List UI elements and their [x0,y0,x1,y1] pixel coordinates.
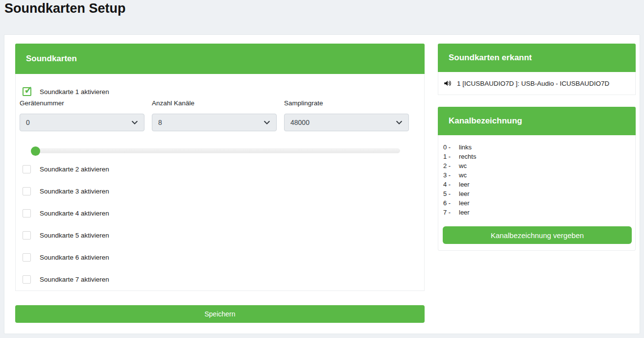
channel-count-value: 8 [158,119,263,126]
soundcard-5-checkbox[interactable] [23,231,31,240]
channel-number: 1 - [443,153,454,160]
channels-panel-title: Kanalbezeichnung [449,116,522,126]
soundcard-slider-thumb[interactable] [31,146,40,156]
soundcard-5-row: Soundkarte 5 aktivieren [23,230,109,240]
soundcard-4-row: Soundkarte 4 aktivieren [23,208,109,218]
chevron-down-icon [263,119,270,126]
channel-name: wc [459,171,467,179]
detected-device-text: 1 [ICUSBAUDIO7D ]: USB-Audio - ICUSBAUDI… [457,80,609,87]
channels-panel: Kanalbezeichnung 0 - links 1 - rechts 2 … [438,107,636,251]
channels-panel-body: 0 - links 1 - rechts 2 - wc 3 - wc 4 - l… [438,135,636,251]
page-title: Soundkarten Setup [4,1,126,16]
channel-row: 5 - leer [438,189,635,198]
samplingrate-value: 48000 [290,119,396,126]
save-button[interactable]: Speichern [15,305,425,323]
soundcard-5-label: Soundkarte 5 aktivieren [40,232,109,239]
channel-number: 4 - [443,181,454,188]
channel-row: 3 - wc [438,170,635,180]
content-card: Soundkarten Soundkarte 1 aktivieren Gerä… [4,34,640,334]
soundcard-7-row: Soundkarte 7 aktivieren [23,274,109,284]
channel-number: 6 - [443,199,454,207]
chevron-down-icon [396,119,403,126]
channel-number: 2 - [443,162,454,169]
soundcard-4-checkbox[interactable] [23,209,31,217]
soundcard-1-checkbox[interactable] [23,87,31,96]
detected-panel-body: 1 [ICUSBAUDIO7D ]: USB-Audio - ICUSBAUDI… [438,72,636,95]
soundcard-1-label: Soundkarte 1 aktivieren [40,88,109,96]
soundcards-panel-title: Soundkarten [26,54,77,64]
channel-name: leer [459,181,470,188]
channel-number: 7 - [443,209,454,216]
channel-row: 1 - rechts [438,152,635,161]
soundcard-6-label: Soundkarte 6 aktivieren [40,254,109,261]
samplingrate-label: Samplingrate [284,99,409,107]
channel-number: 3 - [443,171,454,179]
device-number-field: Gerätenummer 0 [20,99,144,107]
channel-count-label: Anzahl Kanäle [152,99,277,107]
channel-name: links [459,144,472,151]
channel-name: leer [459,190,470,197]
soundcard-1-row: Soundkarte 1 aktivieren [23,87,109,97]
device-number-select[interactable]: 0 [20,114,144,131]
channel-count-field: Anzahl Kanäle 8 [152,99,277,107]
channel-row: 4 - leer [438,180,635,189]
samplingrate-select[interactable]: 48000 [284,114,409,131]
channel-row: 7 - leer [438,208,635,217]
soundcard-4-label: Soundkarte 4 aktivieren [40,210,109,217]
samplingrate-field: Samplingrate 48000 [284,99,409,107]
detected-panel-title: Soundkarten erkannt [449,53,532,63]
assign-channels-button[interactable]: Kanalbezeichnung vergeben [443,226,632,244]
channel-row: 0 - links [438,143,635,152]
soundcard-slider-track[interactable] [32,148,400,153]
channel-count-select[interactable]: 8 [152,114,277,131]
device-number-value: 0 [26,119,131,126]
detected-panel: Soundkarten erkannt 1 [ICUSBAUDIO7D ]: U… [438,44,636,95]
soundcards-panel: Soundkarten Soundkarte 1 aktivieren Gerä… [15,44,425,291]
channel-number: 0 - [443,144,454,151]
soundcards-panel-header: Soundkarten [15,44,425,74]
soundcard-6-checkbox[interactable] [23,253,31,262]
channel-name: leer [459,199,470,207]
soundcard-7-label: Soundkarte 7 aktivieren [40,276,109,283]
soundcard-3-checkbox[interactable] [23,187,31,195]
channel-name: rechts [459,153,476,160]
soundcard-3-label: Soundkarte 3 aktivieren [40,188,109,195]
channels-panel-header: Kanalbezeichnung [438,107,636,135]
channel-row: 2 - wc [438,161,635,170]
soundcards-panel-body: Soundkarte 1 aktivieren Gerätenummer 0 A… [15,74,425,291]
soundcard-2-checkbox[interactable] [23,165,31,173]
channel-row: 6 - leer [438,198,635,208]
soundcard-2-label: Soundkarte 2 aktivieren [40,166,109,173]
detected-panel-header: Soundkarten erkannt [438,44,636,72]
volume-icon [443,79,452,88]
soundcard-3-row: Soundkarte 3 aktivieren [23,186,109,196]
channel-name: leer [459,209,470,216]
channel-number: 5 - [443,190,454,197]
channel-name: wc [459,162,467,169]
chevron-down-icon [131,119,138,126]
soundcard-6-row: Soundkarte 6 aktivieren [23,252,109,262]
device-number-label: Gerätenummer [20,99,144,107]
soundcard-7-checkbox[interactable] [23,275,31,284]
soundcard-2-row: Soundkarte 2 aktivieren [23,164,109,174]
